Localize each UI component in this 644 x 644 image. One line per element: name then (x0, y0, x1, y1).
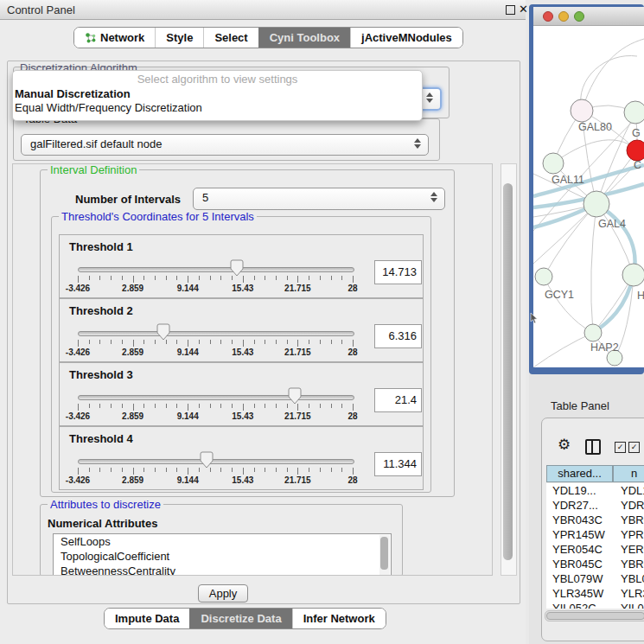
tick-label: 15.43 (232, 348, 253, 357)
cell-name[interactable]: YPR1 (613, 527, 644, 542)
threshold-slider[interactable]: -3.4262.8599.14415.4321.71528 (60, 427, 371, 489)
cell-name[interactable]: YDL1 (613, 483, 644, 498)
tick-mark (166, 468, 167, 472)
slider-handle[interactable] (156, 323, 170, 341)
network-view-window[interactable]: GAL80GCGAL11GAL4GCY1HHAP2 (529, 4, 644, 374)
cell-shared-name[interactable]: YBR045C (546, 557, 613, 571)
slider-track[interactable] (78, 395, 354, 400)
algorithm-option-equal-width-frequency-discretization[interactable]: Equal Width/Frequency Discretization (13, 101, 422, 115)
network-node-hap2[interactable] (584, 324, 602, 341)
tick-mark (265, 468, 265, 472)
num-intervals-value: 5 (202, 191, 208, 204)
main-scrollbar[interactable] (501, 163, 517, 576)
cell-name[interactable]: YBR0 (613, 513, 644, 527)
network-node-c[interactable] (627, 140, 644, 161)
minimize-traffic-light-icon[interactable] (559, 12, 569, 22)
attributes-list-scrollbar[interactable] (379, 535, 390, 576)
cell-name[interactable]: YER0 (613, 542, 644, 557)
tick-label: 9.144 (177, 348, 199, 357)
tick-label: 2.859 (122, 348, 143, 357)
main-scrollbar-thumb[interactable] (503, 183, 513, 560)
tab-select[interactable]: Select (203, 28, 258, 48)
tab-jactivemnodules[interactable]: jActiveMNodules (350, 28, 462, 48)
slider-track[interactable] (78, 331, 354, 336)
network-node-h[interactable] (622, 264, 644, 286)
apply-button[interactable]: Apply (198, 584, 248, 603)
network-node-gal4[interactable] (583, 191, 609, 217)
threshold-value-field[interactable]: 21.4 (374, 388, 422, 412)
algorithm-option-manual-discretization[interactable]: Manual Discretization (13, 87, 422, 101)
cell-shared-name[interactable]: YBR043C (546, 513, 613, 527)
attribute-item-topologicalcoefficient[interactable]: TopologicalCoefficient (54, 549, 391, 564)
tab-label: Discretize Data (201, 612, 281, 625)
table-row[interactable]: YBL079WYBL0 (546, 571, 644, 586)
table-data-combobox[interactable]: galFiltered.sif default node (21, 134, 429, 156)
tick-mark (78, 276, 79, 283)
cell-name[interactable]: YDR2 (613, 498, 644, 513)
slider-track[interactable] (78, 267, 354, 272)
cell-name[interactable]: YBL0 (613, 571, 644, 586)
network-node-g[interactable] (624, 101, 644, 124)
threshold-slider[interactable]: -3.4262.8599.14415.4321.71528 (60, 363, 371, 425)
table-row[interactable]: YLR345WYLR3 (546, 586, 644, 601)
threshold-slider[interactable]: -3.4262.8599.14415.4321.71528 (60, 299, 371, 361)
table-row[interactable]: YDR27...YDR2 (546, 498, 644, 513)
cell-shared-name[interactable]: YDL19... (546, 483, 613, 498)
threshold-value-field[interactable]: 14.713 (374, 260, 422, 284)
tab-infer-network[interactable]: Infer Network (292, 609, 386, 628)
cell-shared-name[interactable]: YER054C (546, 542, 613, 557)
tick-mark (111, 468, 112, 472)
slider-track[interactable] (78, 459, 354, 464)
close-icon[interactable]: ✕ (519, 3, 528, 16)
zoom-traffic-light-icon[interactable] (575, 12, 584, 22)
cell-shared-name[interactable]: YDR27... (546, 498, 613, 513)
attribute-item-betweennesscentrality[interactable]: BetweennessCentrality (54, 564, 391, 576)
cell-name[interactable]: YLR3 (613, 586, 644, 601)
gear-icon[interactable]: ⚙ (558, 436, 571, 454)
network-node-gcy1[interactable] (535, 268, 552, 285)
float-icon[interactable] (506, 5, 515, 15)
checkbox-icon[interactable]: ✓ (615, 442, 626, 453)
cell-name[interactable]: YIL0 (613, 601, 644, 609)
table-row[interactable]: YDL19...YDL1 (546, 483, 644, 498)
cell-shared-name[interactable]: YPR145W (546, 527, 613, 542)
tick-mark (254, 340, 255, 344)
threshold-value-field[interactable]: 11.344 (374, 452, 422, 476)
tick-mark (331, 340, 332, 344)
threshold-value-field[interactable]: 6.316 (374, 324, 422, 348)
numerical-attributes-list[interactable]: SelfLoopsTopologicalCoefficientBetweenne… (53, 533, 392, 576)
checkbox-icon[interactable]: ✓ (628, 442, 640, 453)
column-header-shared-name[interactable]: shared... (546, 465, 613, 482)
table-horizontal-scrollbar[interactable] (545, 610, 644, 622)
tab-impute-data[interactable]: Impute Data (105, 609, 189, 628)
table-row[interactable]: YBR043CYBR0 (546, 513, 644, 527)
column-header-name[interactable]: n (613, 465, 644, 482)
table-row[interactable]: YIL052CYIL0 (546, 601, 644, 609)
slider-handle[interactable] (200, 451, 214, 469)
tab-cyni-toolbox[interactable]: Cyni Toolbox (258, 28, 350, 48)
table-row[interactable]: YBR045CYBR0 (546, 557, 644, 571)
tab-network[interactable]: Network (74, 28, 155, 48)
tick-mark (320, 276, 321, 280)
network-node-gal11[interactable] (543, 153, 564, 174)
cell-shared-name[interactable]: YLR345W (546, 586, 613, 601)
slider-handle[interactable] (230, 259, 244, 277)
close-traffic-light-icon[interactable] (544, 12, 553, 22)
cell-name[interactable]: YBR0 (613, 557, 644, 571)
table-row[interactable]: YPR145WYPR1 (546, 527, 644, 542)
split-view-icon[interactable] (585, 439, 601, 455)
network-node-gal80[interactable] (571, 99, 593, 122)
table-horizontal-scrollbar-thumb[interactable] (546, 612, 644, 620)
tab-style[interactable]: Style (155, 28, 203, 48)
num-intervals-combobox[interactable]: 5 (193, 188, 445, 210)
attributes-list-scrollbar-thumb[interactable] (380, 537, 388, 570)
table-row[interactable]: YER054CYER0 (546, 542, 644, 557)
tick-mark (220, 340, 221, 344)
slider-handle[interactable] (288, 387, 302, 405)
cell-shared-name[interactable]: YBL079W (546, 571, 613, 586)
cell-shared-name[interactable]: YIL052C (546, 601, 613, 609)
threshold-slider[interactable]: -3.4262.8599.14415.4321.71528 (60, 235, 371, 297)
tab-discretize-data[interactable]: Discretize Data (189, 609, 291, 628)
control-panel-titlebar[interactable]: Control Panel ✕ (0, 0, 526, 20)
attribute-item-selfloops[interactable]: SelfLoops (54, 534, 391, 549)
